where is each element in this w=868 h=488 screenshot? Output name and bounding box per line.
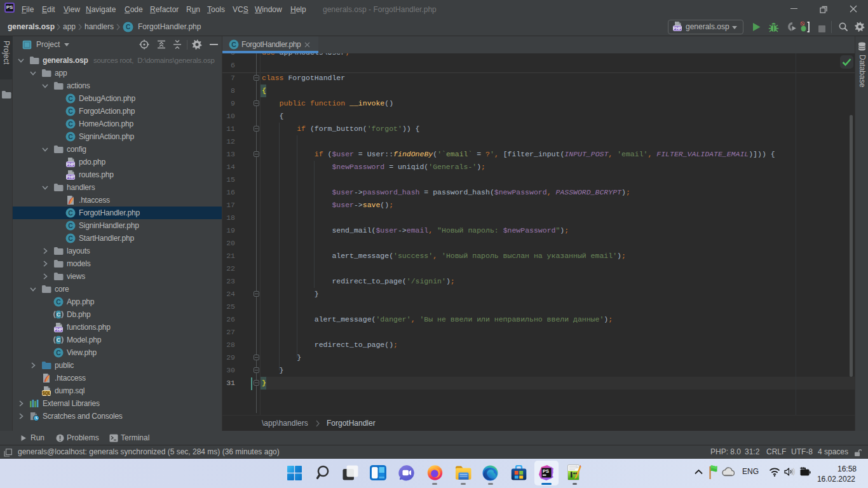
- svg-text:C: C: [126, 24, 130, 30]
- svg-text:PS: PS: [543, 468, 549, 474]
